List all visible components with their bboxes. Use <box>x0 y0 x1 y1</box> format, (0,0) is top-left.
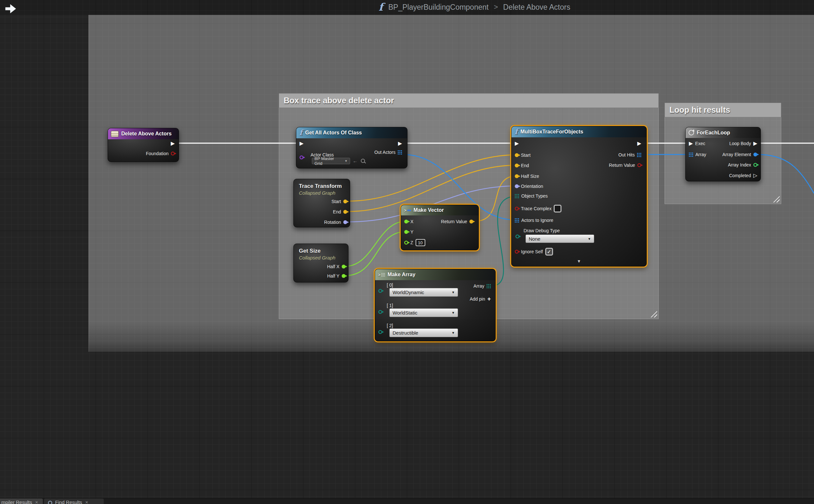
exec-out-pin-row[interactable] <box>398 140 402 147</box>
x-pin-row[interactable]: X <box>404 218 413 225</box>
array-out-pin[interactable] <box>487 284 491 288</box>
actor-class-combo[interactable]: BP Master Grid ▼ <box>312 158 350 164</box>
exec-in-pin-row[interactable]: Exec <box>689 140 705 147</box>
start-pin[interactable] <box>515 153 519 157</box>
array-out-pin-row[interactable]: Array <box>474 283 491 289</box>
return-value-pin-row[interactable]: Return Value <box>609 162 641 168</box>
return-value-pin[interactable] <box>469 220 473 223</box>
breadcrumb-current[interactable]: Delete Above Actors <box>503 3 570 12</box>
object-types-pin[interactable] <box>515 194 519 198</box>
rotation-pin-row[interactable]: Rotation <box>324 219 347 225</box>
half-x-pin-row[interactable]: Half X <box>327 263 346 270</box>
node-trace-transform[interactable]: Trace Transform Collapsed Graph Start En… <box>293 179 350 227</box>
exec-in-pin[interactable] <box>300 141 304 146</box>
end-pin[interactable] <box>343 210 347 214</box>
z-value-input[interactable]: 10 <box>416 239 425 246</box>
ignore-self-pin-row[interactable]: Ignore Self ✓ <box>515 248 553 255</box>
close-icon[interactable]: ✕ <box>85 500 88 504</box>
ignore-self-pin[interactable] <box>515 250 519 254</box>
node-header[interactable]: Delete Above Actors <box>108 128 178 139</box>
orientation-pin[interactable] <box>515 184 519 188</box>
exec-out-pin[interactable] <box>637 141 641 146</box>
node-make-array[interactable]: > Make Array [ 0] WorldDynamic ▼ [ 1] Wo… <box>375 269 496 341</box>
half-x-pin[interactable] <box>342 265 346 269</box>
actors-to-ignore-pin[interactable] <box>515 218 519 223</box>
node-delete-above-actors[interactable]: Delete Above Actors Foundation <box>108 128 179 162</box>
node-header[interactable]: f MultiBoxTraceForObjects <box>511 126 647 137</box>
draw-debug-dropdown[interactable]: None ▼ <box>525 235 594 243</box>
add-pin-row[interactable]: + Add pin <box>470 296 491 302</box>
out-actors-pin-row[interactable]: Out Actors <box>374 149 402 155</box>
node-header[interactable]: > Make Array <box>375 269 495 280</box>
draw-debug-pin-row[interactable] <box>515 233 519 240</box>
close-icon[interactable]: ✕ <box>35 500 38 504</box>
actor-class-pin-row[interactable] <box>300 154 304 161</box>
node-make-vector[interactable]: > Make Vector X Y Z 10 Return Value <box>401 205 479 250</box>
out-hits-pin[interactable] <box>637 153 641 157</box>
tab-compiler-results[interactable]: mpiler Results ✕ <box>0 498 43 504</box>
breadcrumb-parent[interactable]: BP_PlayerBuildingComponent <box>388 3 488 12</box>
y-pin[interactable] <box>404 230 408 234</box>
node-header[interactable]: f Get All Actors Of Class <box>296 127 407 138</box>
orientation-pin-row[interactable]: Orientation <box>515 183 543 189</box>
out-actors-array-pin[interactable] <box>398 150 402 155</box>
loop-body-pin-row[interactable]: Loop Body <box>729 140 757 147</box>
z-pin[interactable] <box>404 241 408 245</box>
add-pin-icon[interactable]: + <box>487 296 491 302</box>
trace-complex-pin[interactable] <box>515 207 519 211</box>
node-get-size[interactable]: Get Size Collapsed Graph Half X Half Y <box>293 244 349 282</box>
end-pin[interactable] <box>515 164 519 167</box>
exec-in-pin-row[interactable] <box>515 140 519 147</box>
exec-out-pin-row[interactable] <box>171 140 175 147</box>
z-pin-row[interactable]: Z 10 <box>404 239 425 246</box>
node-header[interactable]: > Make Vector <box>401 205 478 215</box>
node-foreachloop[interactable]: ForEachLoop Exec Array Loop Body Array E… <box>685 127 761 181</box>
draw-debug-pin[interactable] <box>515 235 519 238</box>
half-size-pin-row[interactable]: Half Size <box>515 173 539 179</box>
ignore-self-checkbox[interactable]: ✓ <box>545 248 553 256</box>
end-pin-row[interactable]: End <box>333 209 347 215</box>
array-pin[interactable] <box>689 153 693 157</box>
foundation-pin[interactable] <box>171 152 175 155</box>
actors-to-ignore-pin-row[interactable]: Actors to Ignore <box>515 217 553 223</box>
item1-pin[interactable] <box>378 310 382 314</box>
start-pin-row[interactable]: Start <box>331 198 347 205</box>
loop-body-pin[interactable] <box>753 141 757 146</box>
out-hits-pin-row[interactable]: Out Hits <box>618 152 641 158</box>
actor-class-pin[interactable] <box>300 155 304 159</box>
x-pin[interactable] <box>404 220 408 223</box>
tab-find-results[interactable]: Find Results ✕ <box>44 498 104 504</box>
half-y-pin-row[interactable]: Half Y <box>327 273 346 279</box>
completed-pin[interactable] <box>753 173 757 178</box>
item1-pin-row[interactable] <box>378 309 382 315</box>
expand-node-arrow[interactable]: ▼ <box>577 259 581 264</box>
completed-pin-row[interactable]: Completed <box>729 172 757 179</box>
array-element-pin-row[interactable]: Array Element <box>722 151 757 158</box>
item2-pin-row[interactable] <box>378 329 382 335</box>
item0-pin-row[interactable] <box>378 288 382 294</box>
browse-icon[interactable] <box>361 159 365 163</box>
exec-in-pin[interactable] <box>689 141 693 146</box>
trace-complex-checkbox[interactable] <box>554 205 561 212</box>
item1-dropdown[interactable]: WorldStatic ▼ <box>389 308 458 317</box>
object-types-pin-row[interactable]: Object Types <box>515 193 547 199</box>
end-pin-row[interactable]: End <box>515 162 529 169</box>
start-pin-row[interactable]: Start <box>515 152 531 158</box>
y-pin-row[interactable]: Y <box>404 229 413 235</box>
item0-dropdown[interactable]: WorldDynamic ▼ <box>389 288 458 297</box>
start-pin[interactable] <box>343 200 347 203</box>
trace-complex-pin-row[interactable]: Trace Complex <box>515 205 561 212</box>
foundation-pin-row[interactable]: Foundation <box>146 150 175 157</box>
half-size-pin[interactable] <box>515 174 519 178</box>
node-multiboxtraceforobjects[interactable]: f MultiBoxTraceForObjects Start End Half… <box>511 126 647 267</box>
item2-dropdown[interactable]: Destructible ▼ <box>389 328 458 337</box>
item0-pin[interactable] <box>378 289 382 293</box>
node-header[interactable]: ForEachLoop <box>686 127 761 138</box>
exec-out-pin[interactable] <box>398 141 402 146</box>
use-selected-icon[interactable]: ← <box>353 158 358 163</box>
node-get-all-actors-of-class[interactable]: f Get All Actors Of Class Actor Class BP… <box>296 127 407 168</box>
exec-out-pin-row[interactable] <box>637 140 641 147</box>
exec-in-pin[interactable] <box>515 141 519 146</box>
exec-in-pin-row[interactable] <box>300 140 304 147</box>
rotation-pin[interactable] <box>343 220 347 224</box>
